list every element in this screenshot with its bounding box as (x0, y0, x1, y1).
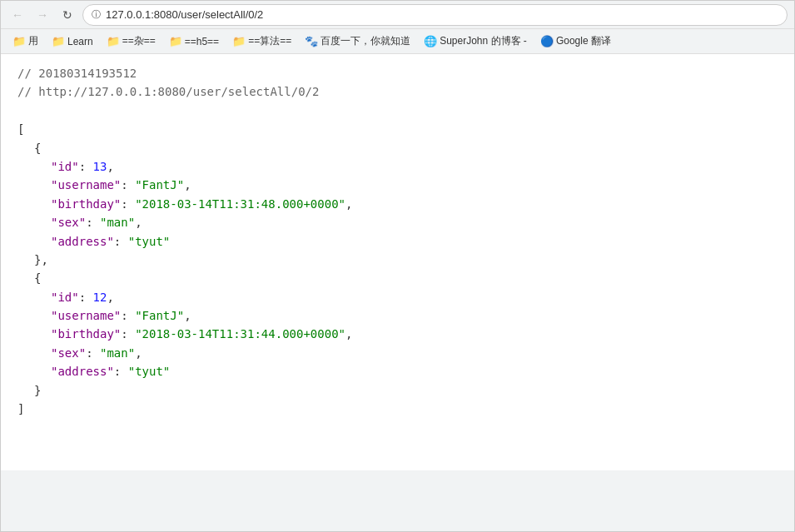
bookmark-superjohn-label: SuperJohn 的博客 - (440, 34, 527, 48)
outer-bracket-close: ] (17, 400, 778, 418)
folder-icon: 📁 (169, 35, 182, 47)
bookmark-h5[interactable]: 📁 ==h5== (164, 33, 224, 49)
folder-icon: 📁 (232, 35, 246, 47)
bookmark-learn-label: Learn (67, 36, 93, 47)
nav-bar: ← → ↻ ⓘ 127.0.0.1:8080/user/selectAll/0/… (1, 1, 794, 29)
page-content: // 20180314193512 // http://127.0.0.1:80… (1, 54, 794, 470)
folder-icon: 📁 (52, 35, 65, 47)
bookmarks-bar: 📁 用 📁 Learn 📁 ==杂== 📁 ==h5== 📁 ==算法== 🐾 … (1, 29, 794, 54)
record1-address: "address": "tyut" (17, 232, 778, 251)
record2-id: "id": 12, (17, 288, 778, 306)
comment-line-1: // 20180314193512 (17, 64, 778, 82)
bookmark-google-label: Google 翻译 (556, 34, 611, 48)
forward-button[interactable]: → (32, 5, 52, 25)
lock-icon: ⓘ (92, 8, 101, 21)
bookmark-baidu[interactable]: 🐾 百度一下，你就知道 (300, 32, 415, 50)
record2-birthday: "birthday": "2018-03-14T11:31:44.000+000… (17, 325, 778, 343)
record2-brace-open: { (17, 269, 778, 287)
bookmark-za-label: ==杂== (122, 34, 156, 48)
record1-id: "id": 13, (17, 157, 778, 176)
outer-bracket-open: [ (17, 120, 778, 138)
record2-brace-close: } (17, 381, 778, 400)
bookmark-h5-label: ==h5== (185, 36, 219, 47)
bookmark-yong-label: 用 (28, 34, 38, 48)
record2-username: "username": "FantJ", (17, 306, 778, 325)
bookmark-yong[interactable]: 📁 用 (7, 32, 43, 50)
back-button[interactable]: ← (7, 5, 27, 25)
empty-line (17, 102, 778, 120)
bookmark-za[interactable]: 📁 ==杂== (102, 32, 161, 50)
globe-icon: 🌐 (424, 35, 437, 47)
record1-brace-close: }, (17, 251, 778, 269)
translate-icon: 🔵 (540, 35, 554, 47)
bookmark-learn[interactable]: 📁 Learn (47, 33, 98, 49)
url-text: 127.0.0.1:8080/user/selectAll/0/2 (106, 8, 263, 21)
bookmark-superjohn[interactable]: 🌐 SuperJohn 的博客 - (419, 32, 532, 50)
record1-brace-open: { (17, 139, 778, 157)
folder-icon: 📁 (12, 35, 26, 47)
record1-username: "username": "FantJ", (17, 176, 778, 194)
bookmark-suanfa[interactable]: 📁 ==算法== (227, 32, 296, 50)
bookmark-google[interactable]: 🔵 Google 翻译 (535, 32, 616, 50)
address-bar[interactable]: ⓘ 127.0.0.1:8080/user/selectAll/0/2 (82, 4, 788, 26)
reload-button[interactable]: ↻ (57, 5, 77, 25)
record2-address: "address": "tyut" (17, 362, 778, 380)
paw-icon: 🐾 (305, 35, 318, 47)
record2-sex: "sex": "man", (17, 344, 778, 362)
browser-window: ← → ↻ ⓘ 127.0.0.1:8080/user/selectAll/0/… (0, 0, 795, 532)
record1-birthday: "birthday": "2018-03-14T11:31:48.000+000… (17, 195, 778, 213)
bookmark-suanfa-label: ==算法== (248, 34, 291, 48)
folder-icon: 📁 (107, 35, 120, 47)
record1-sex: "sex": "man", (17, 213, 778, 231)
bookmark-baidu-label: 百度一下，你就知道 (320, 34, 410, 48)
comment-line-2: // http://127.0.0.1:8080/user/selectAll/… (17, 82, 778, 101)
